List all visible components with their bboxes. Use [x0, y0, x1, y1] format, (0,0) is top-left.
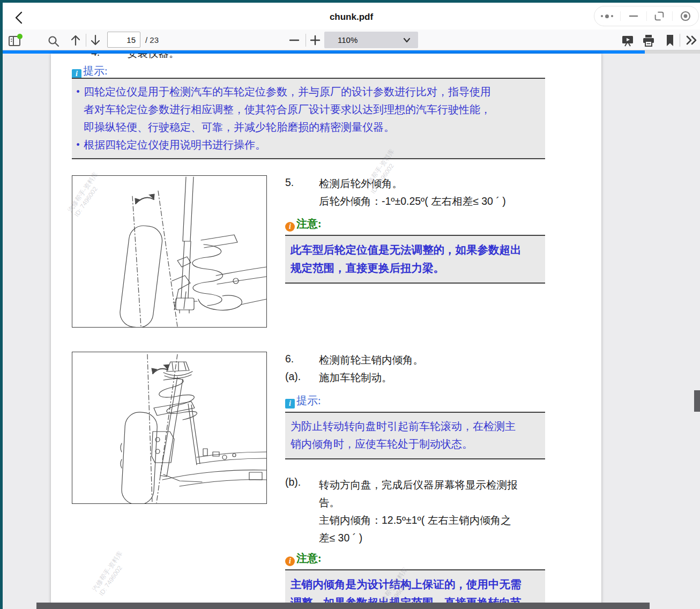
notice-label: 注意: [296, 552, 322, 564]
app-window: chunk.pdf [0, 0, 700, 609]
status-green-dot [17, 34, 23, 39]
divider [306, 34, 306, 47]
double-chevron-right-icon [685, 34, 699, 46]
pdf-viewport[interactable]: 4. 安装仪器。 i提示: •四轮定位仪是用于检测汽车的车轮定位参数，并与原厂的… [3, 54, 700, 609]
window-controls [594, 6, 699, 26]
step6-title: 检测前轮主销内倾角。 [319, 353, 423, 367]
restore-window-icon [653, 10, 665, 22]
note-line: 销内倾角时，应使车轮处于制动状态。 [291, 435, 540, 453]
tip1-note-box: •四轮定位仪是用于检测汽车的车轮定位参数，并与原厂的设计参数进行比对，指导使用 … [72, 78, 545, 159]
note-line: 此车型后轮定位值是无法调整的，如果参数超出 [291, 241, 540, 259]
warning-info-icon: i [285, 556, 295, 566]
notice1-heading: i注意: [285, 217, 322, 232]
notice2-heading: i注意: [285, 551, 322, 566]
step4-text: 安装仪器。 [127, 54, 180, 61]
front-kingpin-figure [72, 352, 267, 504]
minimize-button[interactable] [621, 6, 646, 26]
previous-page-button[interactable] [69, 34, 82, 47]
pdf-page: 4. 安装仪器。 i提示: •四轮定位仪是用于检测汽车的车轮定位参数，并与原厂的… [51, 54, 601, 609]
rear-suspension-diagram [72, 176, 266, 327]
step6b-text-line: 转动方向盘，完成后仪器屏幕将显示检测报 [319, 476, 518, 494]
zoom-level-select[interactable]: 110% [324, 32, 418, 48]
step6a-text: 施加车轮制动。 [319, 370, 392, 385]
record-button[interactable] [673, 6, 698, 26]
note-line: •根据四轮定位仪使用说明书进行操作。 [76, 136, 539, 154]
note-line: 者对车轮定位参数进行相应调整，使其符合原厂设计要求以达到理想的汽车行驶性能， [76, 101, 539, 118]
find-button[interactable] [47, 35, 60, 48]
page-number-input[interactable] [107, 32, 140, 48]
printer-icon [642, 34, 656, 48]
next-page-button[interactable] [89, 34, 102, 47]
page-count-label: / 23 [145, 35, 159, 44]
notice-label: 注意: [296, 218, 322, 229]
tip1-heading: i提示: [72, 64, 108, 79]
info-icon: i [285, 399, 295, 409]
step6b-spec-line: 主销内倾角：12.5º±1º( 左右主销内倾角之 [319, 511, 511, 529]
note-line: 即操纵轻便、行驶稳定、可靠，并减少轮胎磨损的精密测量仪器。 [76, 118, 539, 136]
divider [680, 34, 680, 47]
more-tools-button[interactable] [685, 34, 699, 46]
sidebar-toggle-button[interactable] [8, 33, 24, 48]
note-line: 主销内倾角是为设计结构上保证的，使用中无需 [291, 575, 540, 593]
sidebar-toggle-icon [8, 33, 24, 48]
step4-number: 4. [91, 54, 100, 58]
tip-label: 提示: [83, 65, 108, 77]
minus-icon [288, 34, 300, 46]
tip2-heading: i提示: [285, 393, 321, 409]
zoom-level-value: 110% [338, 35, 403, 44]
notice1-note-box: 此车型后轮定位值是无法调整的，如果参数超出 规定范围，直接更换后扭力梁。 [285, 235, 545, 284]
rear-camber-figure: 汽修帮手-资料库ID: 7496002 [72, 175, 267, 328]
record-dot-icon [680, 10, 691, 22]
step5-number: 5. [285, 176, 294, 189]
note-line: •四轮定位仪是用于检测汽车的车轮定位参数，并与原厂的设计参数进行比对，指导使用 [76, 83, 539, 101]
more-options-button[interactable] [594, 6, 620, 26]
watermark: 汽修帮手-资料库ID: 7496002 [91, 549, 131, 597]
note-line: 为防止转动转向盘时引起前车轮滚动，在检测主 [291, 418, 540, 435]
divider [86, 34, 86, 47]
minimize-icon [628, 11, 639, 21]
window-frame-top [0, 0, 700, 3]
plus-icon [309, 34, 321, 46]
horizontal-scrollbar-thumb[interactable] [36, 603, 650, 609]
warning-info-icon: i [285, 222, 295, 232]
step5-title: 检测后轮外倾角。 [319, 176, 403, 191]
presentation-icon [621, 34, 635, 48]
bookmark-icon [665, 34, 675, 48]
chevron-down-icon [403, 38, 411, 43]
search-icon [47, 35, 60, 48]
step5-spec: 后轮外倾角：-1º±0.25º( 左右相差≤ 30 ´ ) [319, 194, 506, 209]
title-bar: chunk.pdf [3, 3, 700, 29]
step6-number: 6. [285, 353, 294, 365]
vertical-scrollbar-thumb[interactable] [694, 390, 700, 412]
pdf-toolbar: / 23 110% [3, 29, 700, 50]
arrow-down-icon [89, 34, 102, 47]
front-suspension-diagram [72, 352, 266, 503]
tip2-note-box: 为防止转动转向盘时引起前车轮滚动，在检测主 销内倾角时，应使车轮处于制动状态。 [285, 412, 545, 459]
arrow-up-icon [69, 34, 82, 47]
step6b-spec-line: 差≤ 30 ´ ) [319, 529, 362, 547]
step6b-text-line: 告。 [319, 494, 340, 511]
presentation-mode-button[interactable] [621, 34, 635, 48]
tip-label: 提示: [296, 395, 321, 406]
zoom-in-button[interactable] [309, 34, 321, 46]
zoom-out-button[interactable] [288, 34, 300, 46]
step6b-number: (b). [285, 476, 301, 488]
restore-button[interactable] [647, 6, 673, 26]
more-options-icon [601, 14, 613, 18]
step6a-number: (a). [285, 370, 301, 383]
print-button[interactable] [642, 34, 656, 48]
note-line: 规定范围，直接更换后扭力梁。 [291, 259, 540, 277]
window-frame-left [0, 0, 3, 609]
bookmark-button[interactable] [665, 34, 675, 48]
